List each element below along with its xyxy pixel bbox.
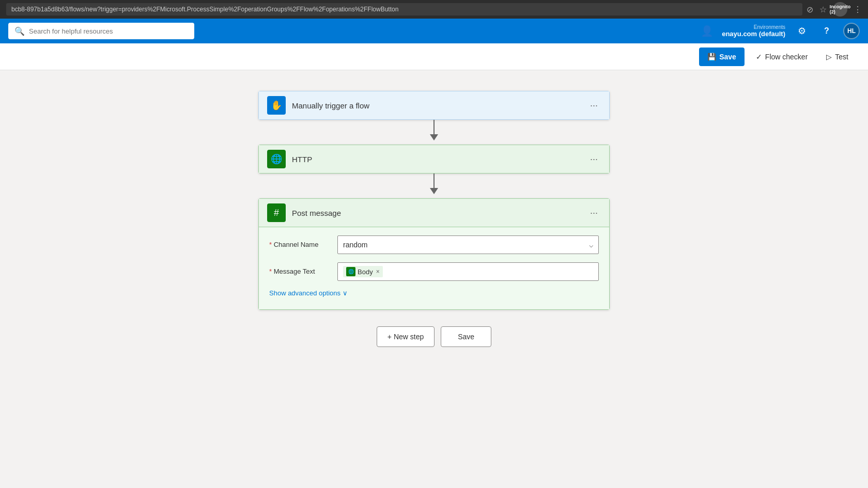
test-button[interactable]: ▷ Test xyxy=(819,48,856,66)
body-tag: 🌐 Body × xyxy=(343,266,383,277)
show-advanced-button[interactable]: Show advanced options ∨ xyxy=(269,289,348,297)
body-tag-close[interactable]: × xyxy=(376,268,380,275)
flow-step-trigger: ✋ Manually trigger a flow ··· xyxy=(258,91,610,120)
step-trigger-header[interactable]: ✋ Manually trigger a flow ··· xyxy=(258,91,610,120)
camera-off-icon: ⊘ xyxy=(807,5,813,14)
header-right: 👤 Environments enayu.com (default) ⚙ ? H… xyxy=(701,23,860,39)
flow-step-http: 🌐 HTTP ··· xyxy=(258,145,610,174)
env-label: Environments xyxy=(754,24,785,30)
http-more-button[interactable]: ··· xyxy=(587,152,601,167)
message-text-input[interactable]: 🌐 Body × xyxy=(337,262,599,281)
toolbar: 💾 Save ✓ Flow checker ▷ Test xyxy=(0,43,868,70)
channel-name-input[interactable]: random ⌵ xyxy=(337,235,599,254)
connector-line-1 xyxy=(433,120,435,134)
channel-name-label: * Channel Name xyxy=(269,235,331,248)
new-step-label: + New step xyxy=(388,333,424,341)
flow-step-post-message: # Post message ··· * Channel Name random… xyxy=(258,198,610,310)
post-icon: # xyxy=(267,203,286,222)
menu-icon[interactable]: ⋮ xyxy=(854,5,862,14)
body-tag-label: Body xyxy=(358,268,373,276)
channel-name-field-row: * Channel Name random ⌵ xyxy=(269,235,599,254)
step-http-header[interactable]: 🌐 HTTP ··· xyxy=(258,145,610,174)
flow-checker-label: Flow checker xyxy=(765,53,808,61)
save-bottom-label: Save xyxy=(458,333,474,341)
post-message-body: * Channel Name random ⌵ * Message Text 🌐 xyxy=(258,227,610,310)
browser-bar: bcb8-897b1a5d8b63/flows/new?trigger=prov… xyxy=(0,0,868,19)
app-header: 🔍 👤 Environments enayu.com (default) ⚙ ?… xyxy=(0,19,868,43)
connector-line-2 xyxy=(433,174,435,188)
trigger-icon: ✋ xyxy=(267,96,286,115)
post-more-button[interactable]: ··· xyxy=(587,206,601,221)
action-buttons: + New step Save xyxy=(377,326,491,347)
show-advanced-label: Show advanced options xyxy=(269,289,340,297)
search-icon: 🔍 xyxy=(14,26,25,36)
user-avatar[interactable]: HL xyxy=(843,23,860,39)
flow-checker-button[interactable]: ✓ Flow checker xyxy=(749,48,815,66)
help-button[interactable]: ? xyxy=(818,23,835,39)
star-icon[interactable]: ☆ xyxy=(819,5,827,14)
required-asterisk-message: * xyxy=(269,267,272,275)
message-text-label: * Message Text xyxy=(269,262,331,275)
search-input[interactable] xyxy=(29,27,188,35)
browser-avatar[interactable]: Incognito (2) xyxy=(833,2,847,17)
body-tag-icon: 🌐 xyxy=(346,267,355,276)
trigger-more-button[interactable]: ··· xyxy=(587,98,601,113)
message-text-field-row: * Message Text 🌐 Body × xyxy=(269,262,599,281)
connector-arrow-1 xyxy=(430,134,438,140)
save-button[interactable]: 💾 Save xyxy=(699,48,745,66)
incognito-label: Incognito (2) xyxy=(830,4,851,14)
trigger-title: Manually trigger a flow xyxy=(292,101,581,110)
http-icon: 🌐 xyxy=(267,150,286,168)
post-title: Post message xyxy=(292,209,581,217)
save-bottom-button[interactable]: Save xyxy=(441,326,491,347)
connector-arrow-2 xyxy=(430,188,438,194)
new-step-button[interactable]: + New step xyxy=(377,326,435,347)
save-label: Save xyxy=(719,53,736,61)
flow-canvas: ✋ Manually trigger a flow ··· 🌐 HTTP ···… xyxy=(0,70,868,488)
test-label: Test xyxy=(835,53,848,61)
channel-name-text: Channel Name xyxy=(274,241,319,248)
person-icon: 👤 xyxy=(701,25,714,37)
http-title: HTTP xyxy=(292,155,581,164)
flow-checker-icon: ✓ xyxy=(756,53,762,61)
search-bar[interactable]: 🔍 xyxy=(8,23,194,39)
show-advanced-chevron: ∨ xyxy=(343,289,348,297)
env-name: enayu.com (default) xyxy=(722,30,785,38)
environment-section: Environments enayu.com (default) xyxy=(722,24,785,38)
url-text: bcb8-897b1a5d8b63/flows/new?trigger=prov… xyxy=(11,6,398,13)
test-icon: ▷ xyxy=(826,53,832,61)
message-text-text: Message Text xyxy=(274,267,315,275)
step-post-header[interactable]: # Post message ··· xyxy=(258,198,610,227)
browser-url: bcb8-897b1a5d8b63/flows/new?trigger=prov… xyxy=(6,3,802,15)
connector-2 xyxy=(430,174,438,198)
channel-dropdown-arrow: ⌵ xyxy=(589,241,593,249)
channel-name-value: random xyxy=(343,241,367,249)
avatar-initials: HL xyxy=(847,27,856,35)
connector-1 xyxy=(430,120,438,145)
settings-button[interactable]: ⚙ xyxy=(794,23,810,39)
required-asterisk-channel: * xyxy=(269,241,272,248)
browser-icons: ⊘ ☆ Incognito (2) ⋮ xyxy=(807,2,862,17)
save-icon: 💾 xyxy=(707,53,716,61)
